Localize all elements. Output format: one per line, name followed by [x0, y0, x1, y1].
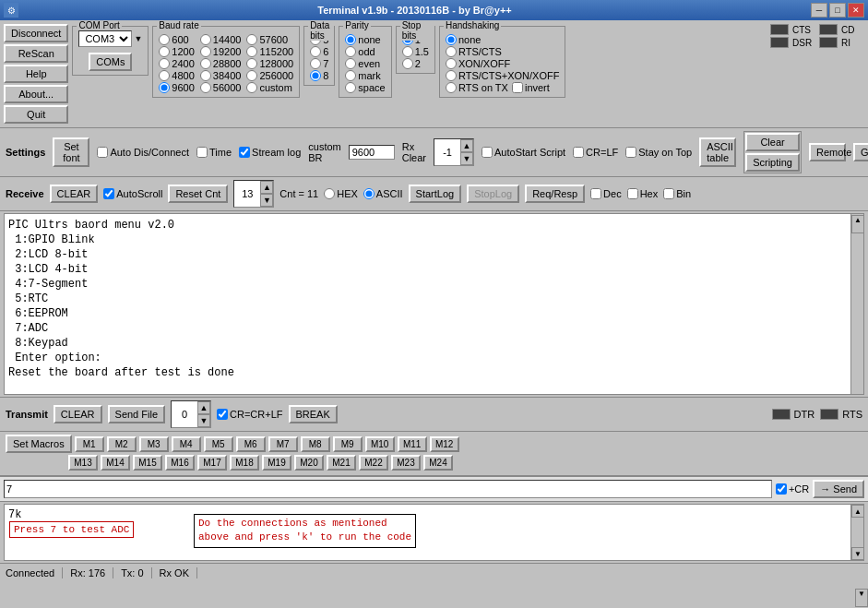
clear-button[interactable]: Clear [745, 133, 800, 151]
data-7[interactable]: 7 [310, 58, 328, 69]
macro-m6[interactable]: M6 [236, 436, 266, 452]
text-input[interactable] [4, 480, 772, 498]
time-check[interactable]: Time [196, 147, 232, 158]
parity-mark[interactable]: mark [345, 70, 385, 81]
parity-odd[interactable]: odd [345, 46, 385, 57]
rx-clear-value[interactable] [434, 147, 460, 158]
macro-m2[interactable]: M2 [107, 436, 137, 452]
parity-even[interactable]: even [345, 58, 385, 69]
help-button[interactable]: Help [4, 65, 68, 83]
hex2-check[interactable]: Hex [627, 188, 659, 199]
hs-rtsxon[interactable]: RTS/CTS+XON/XOFF [446, 70, 560, 81]
stream-log-check[interactable]: Stream log [239, 147, 301, 158]
macro-m10[interactable]: M10 [365, 436, 395, 452]
macro-m3[interactable]: M3 [139, 436, 169, 452]
maximize-button[interactable]: □ [829, 3, 846, 18]
macro-m13[interactable]: M13 [68, 455, 98, 471]
reset-cnt-button[interactable]: Reset Cnt [168, 185, 228, 203]
start-log-button[interactable]: StartLog [409, 185, 462, 203]
cnt-value[interactable] [234, 188, 260, 199]
macro-m17[interactable]: M17 [197, 455, 227, 471]
rx-clear-down[interactable]: ▼ [460, 152, 473, 165]
baud-38400[interactable]: 38400 [200, 70, 242, 81]
cr-check[interactable]: +CR [776, 483, 809, 495]
minimize-button[interactable]: ─ [811, 3, 827, 18]
receive-clear-button[interactable]: CLEAR [50, 185, 99, 203]
rescan-button[interactable]: ReScan [4, 44, 68, 63]
data-8[interactable]: 8 [310, 70, 328, 81]
cr-lf-check[interactable]: CR=LF [573, 147, 618, 158]
transmit-clear-button[interactable]: CLEAR [54, 405, 102, 423]
macro-m14[interactable]: M14 [101, 455, 130, 471]
macro-m15[interactable]: M15 [133, 455, 162, 471]
cnt-spinner[interactable]: ▲ ▼ [233, 180, 274, 208]
macro-m5[interactable]: M5 [204, 436, 233, 452]
auto-dis-connect-check[interactable]: Auto Dis/Connect [97, 147, 189, 158]
data-6[interactable]: 6 [310, 46, 328, 57]
baud-56000[interactable]: 56000 [200, 82, 242, 93]
disconnect-button[interactable]: Disconnect [4, 24, 68, 42]
dec-check[interactable]: Dec [590, 188, 622, 199]
macro-m19[interactable]: M19 [262, 455, 291, 471]
macro-m8[interactable]: M8 [301, 436, 330, 452]
set-font-button[interactable]: Set font [53, 137, 89, 167]
close-button[interactable]: ✕ [848, 3, 864, 18]
baud-256000[interactable]: 256000 [246, 70, 293, 81]
macro-m7[interactable]: M7 [268, 436, 298, 452]
macro-m20[interactable]: M20 [294, 455, 324, 471]
baud-9600[interactable]: 9600 [159, 82, 194, 93]
set-macros-button[interactable]: Set Macros [6, 435, 72, 453]
macro-m22[interactable]: M22 [359, 455, 388, 471]
hex-radio[interactable]: HEX [324, 188, 358, 199]
ascii-table-button[interactable]: ASCII table [699, 137, 736, 167]
rx-clear-up[interactable]: ▲ [460, 139, 473, 152]
about-button[interactable]: About... [4, 85, 68, 103]
send-down[interactable]: ▼ [197, 414, 210, 427]
autostart-check[interactable]: AutoStart Script [482, 147, 565, 158]
baud-600[interactable]: 600 [159, 34, 194, 45]
hs-rtson[interactable]: RTS on TX [446, 82, 508, 93]
break-button[interactable]: BREAK [289, 405, 338, 423]
baud-2400[interactable]: 2400 [159, 58, 194, 69]
stop-2[interactable]: 2 [402, 58, 429, 69]
scripting-button[interactable]: Scripting [745, 153, 800, 172]
macro-m11[interactable]: M11 [398, 436, 427, 452]
req-resp-button[interactable]: Req/Resp [525, 185, 585, 203]
cnt-up[interactable]: ▲ [260, 181, 273, 194]
autoscroll-check[interactable]: AutoScroll [103, 188, 162, 199]
macro-m21[interactable]: M21 [327, 455, 356, 471]
bottom-scrollbar[interactable]: ▲ ▼ [850, 505, 863, 560]
macro-m23[interactable]: M23 [391, 455, 421, 471]
macro-m12[interactable]: M12 [430, 436, 459, 452]
baud-4800[interactable]: 4800 [159, 70, 194, 81]
macro-m4[interactable]: M4 [172, 436, 201, 452]
stop-1.5[interactable]: 1.5 [402, 46, 429, 57]
baud-115200[interactable]: 115200 [246, 46, 293, 57]
baud-14400[interactable]: 14400 [200, 34, 242, 45]
baud-19200[interactable]: 19200 [200, 46, 242, 57]
stop-log-button[interactable]: StopLog [467, 185, 519, 203]
baud-57600[interactable]: 57600 [246, 34, 293, 45]
macro-m24[interactable]: M24 [423, 455, 453, 471]
send-button[interactable]: → Send [813, 480, 864, 498]
baud-custom[interactable]: custom [246, 82, 293, 93]
parity-none[interactable]: none [345, 34, 385, 45]
bin-check[interactable]: Bin [663, 188, 691, 199]
send-value[interactable] [172, 409, 197, 420]
send-up[interactable]: ▲ [197, 401, 210, 414]
cnt-down[interactable]: ▼ [260, 194, 273, 207]
rx-clear-spinner[interactable]: ▲ ▼ [434, 138, 474, 166]
coms-button[interactable]: COMs [89, 53, 132, 71]
hs-invert[interactable]: invert [512, 82, 550, 93]
hs-rtscts[interactable]: RTS/CTS [446, 46, 560, 57]
send-file-button[interactable]: Send File [108, 405, 165, 423]
custom-br-input[interactable] [349, 145, 395, 160]
baud-128000[interactable]: 128000 [246, 58, 293, 69]
terminal-scrollbar[interactable]: ▲ ▼ [850, 214, 863, 394]
stay-on-top-check[interactable]: Stay on Top [625, 147, 692, 158]
parity-space[interactable]: space [345, 82, 385, 93]
quit-button[interactable]: Quit [4, 105, 68, 124]
send-spinner[interactable]: ▲ ▼ [171, 400, 211, 428]
macro-m1[interactable]: M1 [75, 436, 104, 452]
hs-xon[interactable]: XON/XOFF [446, 58, 560, 69]
